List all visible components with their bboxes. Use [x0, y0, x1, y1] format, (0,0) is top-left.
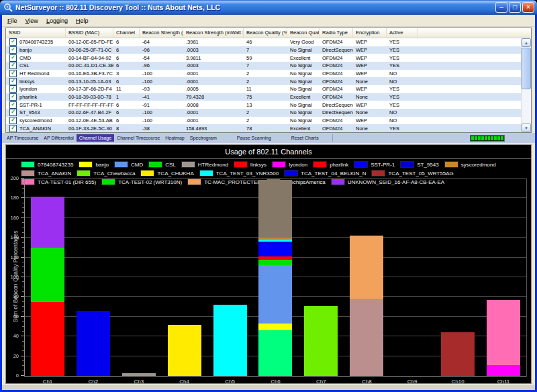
- minimize-button[interactable]: –: [495, 2, 507, 13]
- tab-heatmap[interactable]: Heatmap: [162, 134, 187, 142]
- row-checkbox[interactable]: ✓: [9, 93, 17, 101]
- ssid-label: TCA_ANAKIN: [19, 126, 51, 132]
- legend-item: CSL: [148, 161, 176, 168]
- column-header[interactable]: Beacon Quality (%): [244, 28, 287, 38]
- row-checkbox[interactable]: ✓: [9, 78, 17, 85]
- table-scrollbar[interactable]: ▲ ▼: [521, 38, 531, 132]
- tab-channel-usage[interactable]: Channel Usage: [77, 134, 114, 142]
- column-header[interactable]: Beacon Quality: [287, 28, 320, 38]
- table-row[interactable]: ✓TCA_ANAKIN00-1F-33-2E-5C-908-38158.4893…: [6, 124, 522, 132]
- table-row[interactable]: ✓HT Redmond00-16-E6-3B-F3-7C3-100.00012N…: [6, 70, 522, 78]
- table-cell: 00-06-25-0F-71-0C: [66, 47, 113, 53]
- table-row[interactable]: ✓banjo00-06-25-0F-71-0C6-96.00037No Sign…: [6, 46, 522, 54]
- y-tick-label: 20: [13, 353, 19, 359]
- table-row[interactable]: ✓syscoredmond00-12-0E-4E-53-AB6-100.0001…: [6, 117, 522, 125]
- table-cell: 78: [244, 126, 287, 132]
- x-tick-label: Ch3: [116, 379, 162, 384]
- table-cell: FF-FF-FF-FF-FF-FF: [66, 102, 113, 108]
- button-reset-charts[interactable]: Reset Charts: [289, 134, 322, 142]
- legend-swatch: [140, 170, 154, 177]
- column-header[interactable]: BSSID (MAC): [66, 28, 113, 38]
- row-checkbox[interactable]: ✓: [9, 38, 17, 46]
- table-cell: WEP: [353, 86, 387, 92]
- legend-item: CMD: [114, 161, 143, 168]
- x-tick-label: Ch6: [253, 379, 299, 384]
- table-row[interactable]: ✓lyondon00-17-3F-66-2D-F411-93.000511No …: [6, 85, 522, 93]
- bar-segment: [487, 365, 520, 376]
- column-header[interactable]: Radio Type: [320, 28, 353, 38]
- table-cell: -54: [140, 55, 183, 61]
- title-bar[interactable]: NetSurveyor :: 802.11 Discovery Tool :: …: [0, 0, 537, 15]
- column-header[interactable]: Beacon Strength (mWatt x 10^6): [183, 28, 244, 38]
- legend-label: lyondon: [289, 162, 307, 168]
- menu-file[interactable]: File: [3, 17, 21, 25]
- x-tick-label: Ch11: [481, 379, 526, 384]
- legend-item: TCA_CHUKHA: [140, 170, 193, 177]
- button-pause-scanning[interactable]: Pause Scanning: [234, 134, 274, 142]
- row-checkbox[interactable]: ✓: [9, 117, 17, 124]
- table-row[interactable]: ✓pharlink00-18-39-03-0D-781-4179.432875E…: [6, 93, 522, 101]
- close-button[interactable]: ×: [522, 2, 534, 13]
- menu-help[interactable]: Help: [72, 17, 93, 25]
- chart-title: Usage of 802.11 Channels: [6, 148, 531, 156]
- table-cell: 00-13-10-05-1A-03: [66, 79, 113, 85]
- row-checkbox[interactable]: ✓: [9, 101, 17, 109]
- row-checkbox[interactable]: ✓: [9, 85, 17, 93]
- table-cell: -93: [140, 86, 183, 92]
- table-cell: WEP: [353, 70, 387, 77]
- y-tick-label: 60: [13, 313, 19, 320]
- column-header[interactable]: Encryption: [353, 28, 387, 38]
- channel-slot-ch1: Ch1: [25, 179, 70, 376]
- table-cell: YES: [387, 102, 418, 108]
- maximize-button[interactable]: □: [509, 2, 521, 13]
- window-title: NetSurveyor :: 802.11 Discovery Tool :: …: [15, 3, 495, 11]
- row-checkbox[interactable]: ✓: [9, 62, 17, 69]
- ssid-label: SST-PR-1: [19, 102, 42, 108]
- menu-logging[interactable]: Logging: [42, 17, 72, 25]
- table-row[interactable]: ✓SST-PR-1FF-FF-FF-FF-FF-FF6-91.000813No …: [6, 101, 522, 109]
- table-cell: .0001: [183, 117, 244, 124]
- row-checkbox[interactable]: ✓: [9, 109, 17, 116]
- table-cell: No Signal: [287, 70, 320, 77]
- table-row[interactable]: ✓linksys00-13-10-05-1A-036-100.00012No S…: [6, 77, 522, 85]
- table-row[interactable]: ✓ST_954300-02-6F-47-B4-2F6-100.00012No S…: [6, 109, 522, 117]
- column-header[interactable]: SSID: [6, 28, 66, 38]
- table-cell: 2: [244, 117, 287, 124]
- legend-label: TCA_TEST_05_WRT55AG: [388, 170, 453, 177]
- column-header[interactable]: Active: [387, 28, 418, 38]
- table-cell: 1: [113, 94, 140, 100]
- legend-item: SST-PR-1: [354, 161, 395, 168]
- legend-swatch: [199, 170, 213, 177]
- row-checkbox[interactable]: ✓: [9, 54, 17, 62]
- scroll-up-icon[interactable]: ▲: [522, 38, 531, 47]
- y-tick-label: 160: [10, 215, 19, 221]
- table-row[interactable]: ✓07840874323500-12-0E-85-FD-FE6-64.39814…: [6, 38, 522, 46]
- table-cell: NO: [387, 117, 418, 124]
- table-cell: No Signal: [287, 86, 320, 92]
- row-checkbox[interactable]: ✓: [9, 70, 17, 77]
- stacked-bar-ch3: [122, 373, 156, 376]
- bar-segment: [350, 299, 383, 376]
- column-header[interactable]: Beacon Strength (dBm): [140, 28, 183, 38]
- tab-channel-timecourse[interactable]: Channel Timecourse: [114, 134, 162, 142]
- table-cell: 2: [244, 79, 287, 85]
- row-checkbox[interactable]: ✓: [9, 46, 17, 54]
- tab-ap-timecourse[interactable]: AP Timecourse: [4, 134, 41, 142]
- table-row[interactable]: ✓CSL00-0C-41-D1-CE-3B6-96.00037No Signal…: [6, 62, 522, 70]
- table-cell: .0008: [183, 102, 244, 108]
- row-checkbox[interactable]: ✓: [9, 125, 17, 132]
- scroll-down-icon[interactable]: ▼: [522, 124, 531, 132]
- column-header[interactable]: Channel: [113, 28, 140, 38]
- table-cell: OFDM24: [320, 62, 353, 68]
- table-cell: 00-16-E6-3B-F3-7C: [66, 70, 113, 77]
- table-cell: -100: [140, 109, 183, 115]
- menu-view[interactable]: View: [21, 17, 42, 25]
- tab-ap-differential[interactable]: AP Differential: [41, 134, 77, 142]
- tab-spectrogram[interactable]: Spectrogram: [187, 134, 219, 142]
- table-cell: Excellent: [287, 126, 320, 132]
- table-cell: .0001: [183, 109, 244, 115]
- scrollbar-thumb[interactable]: [522, 48, 531, 89]
- stacked-bar-ch8: [350, 236, 383, 376]
- table-cell: YES: [387, 62, 418, 68]
- table-row[interactable]: ✓CMD00-14-BF-84-94-926-543.981159Excelle…: [6, 54, 522, 62]
